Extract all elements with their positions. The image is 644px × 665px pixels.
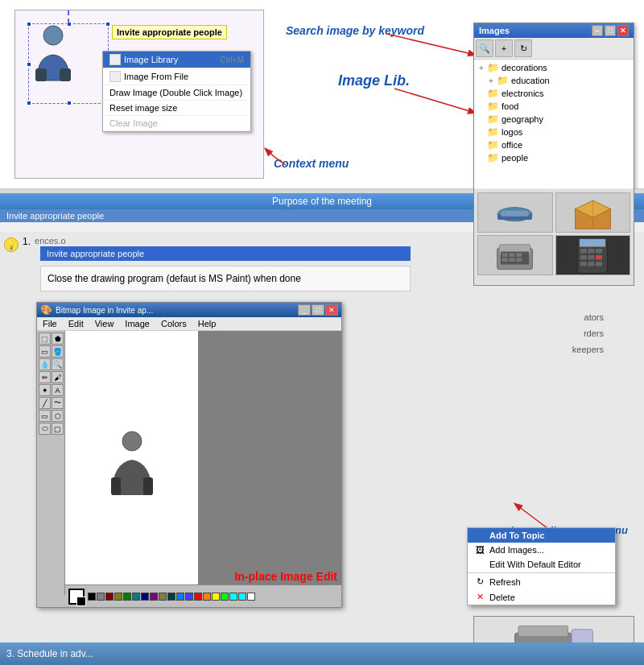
tool-rect-shape[interactable]: ▭ [39, 410, 51, 422]
paint-menu-help[interactable]: Help [196, 318, 219, 329]
paint-min-btn[interactable]: _ [298, 304, 311, 316]
color-olive[interactable] [114, 593, 122, 601]
paint-canvas[interactable]: In-place Image Edit [65, 331, 341, 595]
panel-controls[interactable]: – □ ✕ [592, 25, 629, 36]
tool-pencil[interactable]: ✏ [39, 371, 51, 383]
popup-item-add-to-topic[interactable]: Add To Topic [468, 528, 615, 543]
images-thumbnails-panel [473, 189, 634, 286]
paint-window[interactable]: 🎨 Bitmap Image in Invite ap... _ □ ✕ Fil… [36, 302, 342, 608]
color-dark-teal[interactable] [167, 593, 175, 601]
handle-ml[interactable] [27, 62, 31, 67]
paint-menu-image[interactable]: Image [122, 318, 152, 329]
popup-label-delete: Delete [489, 593, 515, 602]
thumb-box[interactable] [555, 192, 631, 233]
tool-airbrush[interactable]: ✦ [39, 384, 51, 396]
tool-ellipse[interactable]: ⬭ [39, 423, 51, 435]
paint-menubar[interactable]: File Edit View Image Colors Help [37, 317, 341, 331]
paint-menu-file[interactable]: File [40, 318, 60, 329]
color-gray[interactable] [97, 593, 105, 601]
tool-select-rect[interactable]: ⬚ [39, 332, 51, 345]
color-orange[interactable] [203, 593, 211, 601]
color-black[interactable] [88, 593, 96, 601]
panel-close-btn[interactable]: ✕ [617, 25, 629, 36]
thumb-cashregister[interactable] [477, 235, 553, 275]
tool-picker[interactable]: 💧 [39, 358, 51, 370]
popup-context-menu[interactable]: Add To Topic 🖼 Add Images... Edit With D… [467, 527, 616, 605]
color-navy[interactable] [141, 593, 149, 601]
tree-item-office[interactable]: 📁 office [474, 138, 634, 151]
svg-rect-28 [596, 249, 602, 254]
popup-item-edit-editor[interactable]: Edit With Default Editor [468, 557, 615, 572]
tool-text[interactable]: A [52, 384, 64, 396]
current-colors[interactable] [68, 589, 85, 605]
color-blue[interactable] [176, 593, 184, 601]
paint-content: ⬚ ⬟ ▭ 🪣 💧 🔍 ✏ 🖌 ✦ A ╱ 〜 ▭ ⬡ ⬭ ▢ [37, 331, 341, 595]
tool-fill[interactable]: 🪣 [52, 345, 64, 357]
tree-item-decorations[interactable]: + 📁 decorations [474, 61, 634, 74]
menu-item-draw-image[interactable]: Draw Image (Double Click Image) [103, 85, 250, 101]
popup-item-add-images[interactable]: 🖼 Add Images... [468, 543, 615, 557]
menu-icon-file [109, 71, 121, 82]
tool-line[interactable]: ╱ [39, 397, 51, 409]
tree-item-logos[interactable]: 📁 logos [474, 126, 634, 138]
tree-item-education[interactable]: + 📁 education [474, 74, 634, 87]
svg-rect-31 [596, 255, 602, 260]
toolbar-add-btn[interactable]: + [495, 39, 513, 57]
color-olive2[interactable] [159, 593, 167, 601]
menu-item-image-library[interactable]: Image Library Ctrl+M [103, 52, 250, 68]
color-dark-red[interactable] [105, 593, 114, 601]
toolbar-refresh-btn[interactable]: ↻ [514, 39, 532, 57]
color-teal[interactable] [132, 593, 140, 601]
color-yellow[interactable] [212, 593, 220, 601]
color-red[interactable] [194, 593, 202, 601]
handle-bl[interactable] [27, 101, 31, 105]
paint-menu-colors[interactable]: Colors [159, 318, 189, 329]
paint-menu-view[interactable]: View [93, 318, 117, 329]
thumb-stapler[interactable] [477, 192, 553, 233]
color-cyan[interactable] [229, 593, 237, 601]
calculator-svg [576, 236, 609, 275]
tool-brush[interactable]: 🖌 [52, 371, 64, 383]
color-white[interactable] [247, 593, 255, 601]
bg-color[interactable] [76, 597, 86, 606]
panel-min-btn[interactable]: – [592, 25, 603, 36]
tool-select-free[interactable]: ⬟ [52, 332, 64, 345]
refresh-icon: ↻ [474, 576, 485, 587]
color-blue2[interactable] [185, 593, 193, 601]
paint-restore-btn[interactable]: □ [312, 304, 324, 316]
paint-tools[interactable]: ⬚ ⬟ ▭ 🪣 💧 🔍 ✏ 🖌 ✦ A ╱ 〜 ▭ ⬡ ⬭ ▢ [37, 331, 65, 595]
paint-win-btns[interactable]: _ □ ✕ [298, 304, 338, 316]
delete-icon: ✕ [474, 592, 485, 602]
paint-color-palette[interactable] [65, 584, 341, 607]
panel-restore-btn[interactable]: □ [605, 25, 616, 36]
color-cyan2[interactable] [238, 593, 246, 601]
image-tree[interactable]: + 📁 decorations + 📁 education 📁 electron… [474, 60, 634, 188]
menu-item-image-from-file[interactable]: Image From File [103, 68, 250, 85]
tool-zoom[interactable]: 🔍 [52, 358, 64, 370]
tool-curve[interactable]: 〜 [52, 397, 64, 409]
menu-item-reset-size[interactable]: Reset image size [103, 101, 250, 116]
paint-menu-edit[interactable]: Edit [66, 318, 86, 329]
color-green[interactable] [123, 593, 131, 601]
tree-item-geography[interactable]: 📁 geography [474, 113, 634, 126]
context-menu[interactable]: Image Library Ctrl+M Image From File Dra… [102, 51, 251, 132]
tool-poly[interactable]: ⬡ [52, 410, 64, 422]
tree-item-people[interactable]: 📁 people [474, 151, 634, 164]
tool-eraser[interactable]: ▭ [39, 345, 51, 357]
popup-item-delete[interactable]: ✕ Delete [468, 589, 615, 605]
thumb-calculator[interactable] [555, 235, 631, 275]
paint-close-btn[interactable]: ✕ [325, 304, 338, 316]
toolbar-search-btn[interactable]: 🔍 [476, 39, 493, 57]
color-bright-green[interactable] [221, 593, 229, 601]
tree-item-electronics[interactable]: 📁 electronics [474, 87, 634, 100]
canvas-white-area [65, 331, 198, 595]
popup-item-refresh[interactable]: ↻ Refresh [468, 574, 615, 589]
color-purple[interactable] [150, 593, 158, 601]
menu-label-library: Image Library [124, 55, 178, 64]
handle-tr[interactable] [105, 22, 110, 27]
tool-rrect[interactable]: ▢ [52, 423, 64, 435]
handle-tl[interactable] [27, 22, 31, 27]
tree-label-people: people [502, 153, 528, 163]
handle-bc[interactable] [67, 101, 72, 105]
tree-item-food[interactable]: 📁 food [474, 100, 634, 113]
